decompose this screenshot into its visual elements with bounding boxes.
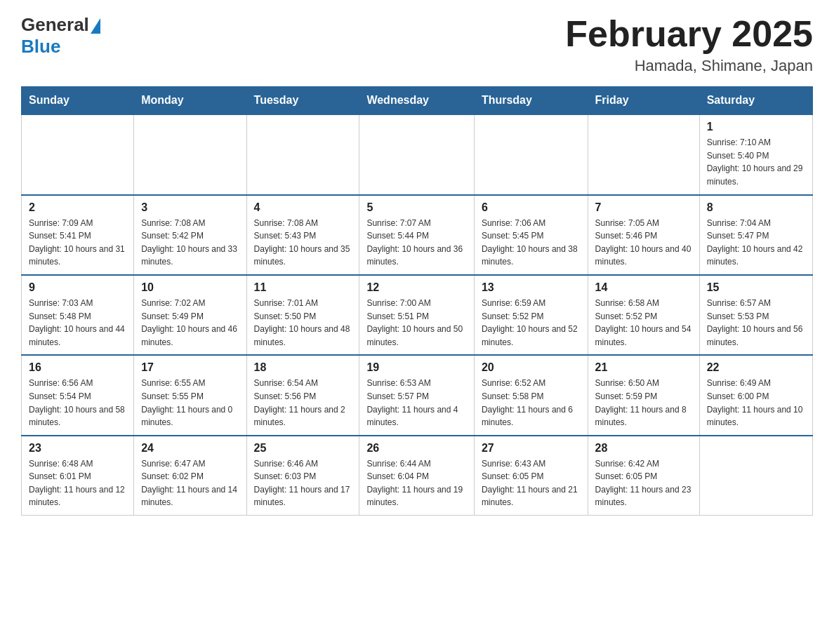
calendar-cell: 2Sunrise: 7:09 AM Sunset: 5:41 PM Daylig…: [22, 195, 134, 275]
day-info: Sunrise: 6:44 AM Sunset: 6:04 PM Dayligh…: [366, 459, 463, 508]
weekday-header-wednesday: Wednesday: [359, 87, 474, 115]
day-info: Sunrise: 7:00 AM Sunset: 5:51 PM Dayligh…: [366, 298, 463, 347]
calendar-cell: 11Sunrise: 7:01 AM Sunset: 5:50 PM Dayli…: [246, 275, 359, 355]
weekday-header-row: SundayMondayTuesdayWednesdayThursdayFrid…: [22, 87, 813, 115]
calendar-cell: [359, 114, 474, 194]
calendar-cell: 8Sunrise: 7:04 AM Sunset: 5:47 PM Daylig…: [699, 195, 812, 275]
day-info: Sunrise: 7:08 AM Sunset: 5:43 PM Dayligh…: [254, 218, 350, 267]
day-info: Sunrise: 7:03 AM Sunset: 5:48 PM Dayligh…: [29, 298, 125, 347]
calendar-cell: 7Sunrise: 7:05 AM Sunset: 5:46 PM Daylig…: [588, 195, 699, 275]
day-info: Sunrise: 7:10 AM Sunset: 5:40 PM Dayligh…: [707, 137, 803, 187]
day-info: Sunrise: 6:59 AM Sunset: 5:52 PM Dayligh…: [482, 298, 578, 347]
day-info: Sunrise: 7:06 AM Sunset: 5:45 PM Dayligh…: [482, 218, 578, 267]
weekday-header-sunday: Sunday: [22, 87, 134, 115]
title-area: February 2025 Hamada, Shimane, Japan: [565, 14, 813, 75]
day-info: Sunrise: 6:57 AM Sunset: 5:53 PM Dayligh…: [707, 298, 803, 347]
calendar-cell: 16Sunrise: 6:56 AM Sunset: 5:54 PM Dayli…: [22, 355, 134, 435]
day-number: 23: [29, 442, 126, 455]
calendar-cell: 18Sunrise: 6:54 AM Sunset: 5:56 PM Dayli…: [246, 355, 359, 435]
day-number: 19: [366, 361, 466, 374]
day-number: 2: [29, 201, 126, 214]
day-number: 25: [254, 442, 352, 455]
day-info: Sunrise: 6:58 AM Sunset: 5:52 PM Dayligh…: [595, 298, 691, 347]
calendar-cell: 19Sunrise: 6:53 AM Sunset: 5:57 PM Dayli…: [359, 355, 474, 435]
day-info: Sunrise: 7:01 AM Sunset: 5:50 PM Dayligh…: [254, 298, 350, 347]
calendar-cell: 14Sunrise: 6:58 AM Sunset: 5:52 PM Dayli…: [588, 275, 699, 355]
day-number: 15: [707, 281, 805, 294]
calendar-cell: 13Sunrise: 6:59 AM Sunset: 5:52 PM Dayli…: [474, 275, 588, 355]
calendar-cell: 1Sunrise: 7:10 AM Sunset: 5:40 PM Daylig…: [699, 114, 812, 194]
day-number: 9: [29, 281, 126, 294]
month-title: February 2025: [565, 14, 813, 54]
day-number: 11: [254, 281, 352, 294]
page-header: General Blue February 2025 Hamada, Shima…: [21, 14, 813, 75]
calendar-cell: 24Sunrise: 6:47 AM Sunset: 6:02 PM Dayli…: [134, 436, 246, 516]
day-number: 3: [141, 201, 239, 214]
calendar-cell: [134, 114, 246, 194]
day-info: Sunrise: 7:07 AM Sunset: 5:44 PM Dayligh…: [366, 218, 463, 267]
calendar-cell: 9Sunrise: 7:03 AM Sunset: 5:48 PM Daylig…: [22, 275, 134, 355]
day-number: 21: [595, 361, 692, 374]
day-number: 4: [254, 201, 352, 214]
weekday-header-tuesday: Tuesday: [246, 87, 359, 115]
day-number: 8: [707, 201, 805, 214]
logo: General Blue: [21, 14, 100, 58]
week-row-1: 1Sunrise: 7:10 AM Sunset: 5:40 PM Daylig…: [22, 114, 813, 194]
location-title: Hamada, Shimane, Japan: [565, 57, 813, 75]
calendar-cell: 17Sunrise: 6:55 AM Sunset: 5:55 PM Dayli…: [134, 355, 246, 435]
day-info: Sunrise: 6:48 AM Sunset: 6:01 PM Dayligh…: [29, 459, 125, 508]
day-info: Sunrise: 6:42 AM Sunset: 6:05 PM Dayligh…: [595, 459, 691, 508]
calendar-cell: 12Sunrise: 7:00 AM Sunset: 5:51 PM Dayli…: [359, 275, 474, 355]
day-info: Sunrise: 7:09 AM Sunset: 5:41 PM Dayligh…: [29, 218, 125, 267]
calendar-cell: [246, 114, 359, 194]
day-number: 20: [482, 361, 581, 374]
day-number: 7: [595, 201, 692, 214]
weekday-header-thursday: Thursday: [474, 87, 588, 115]
calendar-cell: 21Sunrise: 6:50 AM Sunset: 5:59 PM Dayli…: [588, 355, 699, 435]
day-info: Sunrise: 6:50 AM Sunset: 5:59 PM Dayligh…: [595, 378, 687, 427]
calendar-cell: 4Sunrise: 7:08 AM Sunset: 5:43 PM Daylig…: [246, 195, 359, 275]
calendar-cell: 22Sunrise: 6:49 AM Sunset: 6:00 PM Dayli…: [699, 355, 812, 435]
week-row-2: 2Sunrise: 7:09 AM Sunset: 5:41 PM Daylig…: [22, 195, 813, 275]
calendar-cell: 5Sunrise: 7:07 AM Sunset: 5:44 PM Daylig…: [359, 195, 474, 275]
calendar-cell: [22, 114, 134, 194]
day-number: 28: [595, 442, 692, 455]
day-number: 22: [707, 361, 805, 374]
calendar-cell: 15Sunrise: 6:57 AM Sunset: 5:53 PM Dayli…: [699, 275, 812, 355]
day-info: Sunrise: 7:05 AM Sunset: 5:46 PM Dayligh…: [595, 218, 691, 267]
day-number: 17: [141, 361, 239, 374]
day-info: Sunrise: 6:53 AM Sunset: 5:57 PM Dayligh…: [366, 378, 458, 427]
day-number: 24: [141, 442, 239, 455]
week-row-3: 9Sunrise: 7:03 AM Sunset: 5:48 PM Daylig…: [22, 275, 813, 355]
calendar-cell: 28Sunrise: 6:42 AM Sunset: 6:05 PM Dayli…: [588, 436, 699, 516]
calendar-cell: 23Sunrise: 6:48 AM Sunset: 6:01 PM Dayli…: [22, 436, 134, 516]
calendar-cell: [588, 114, 699, 194]
day-info: Sunrise: 6:43 AM Sunset: 6:05 PM Dayligh…: [482, 459, 578, 508]
day-number: 18: [254, 361, 352, 374]
calendar-cell: [699, 436, 812, 516]
day-number: 6: [482, 201, 581, 214]
day-number: 14: [595, 281, 692, 294]
day-info: Sunrise: 7:04 AM Sunset: 5:47 PM Dayligh…: [707, 218, 803, 267]
day-number: 13: [482, 281, 581, 294]
day-number: 26: [366, 442, 466, 455]
calendar-cell: 27Sunrise: 6:43 AM Sunset: 6:05 PM Dayli…: [474, 436, 588, 516]
week-row-4: 16Sunrise: 6:56 AM Sunset: 5:54 PM Dayli…: [22, 355, 813, 435]
weekday-header-saturday: Saturday: [699, 87, 812, 115]
day-number: 12: [366, 281, 466, 294]
logo-blue: Blue: [21, 36, 60, 58]
day-number: 5: [366, 201, 466, 214]
logo-general: General: [21, 14, 89, 36]
week-row-5: 23Sunrise: 6:48 AM Sunset: 6:01 PM Dayli…: [22, 436, 813, 516]
calendar-cell: 10Sunrise: 7:02 AM Sunset: 5:49 PM Dayli…: [134, 275, 246, 355]
calendar-cell: 20Sunrise: 6:52 AM Sunset: 5:58 PM Dayli…: [474, 355, 588, 435]
day-number: 27: [482, 442, 581, 455]
day-info: Sunrise: 6:54 AM Sunset: 5:56 PM Dayligh…: [254, 378, 345, 427]
day-info: Sunrise: 6:47 AM Sunset: 6:02 PM Dayligh…: [141, 459, 237, 508]
calendar-cell: 6Sunrise: 7:06 AM Sunset: 5:45 PM Daylig…: [474, 195, 588, 275]
calendar-table: SundayMondayTuesdayWednesdayThursdayFrid…: [21, 86, 813, 516]
logo-triangle-icon: [91, 18, 100, 34]
day-info: Sunrise: 6:52 AM Sunset: 5:58 PM Dayligh…: [482, 378, 573, 427]
day-number: 1: [707, 121, 805, 133]
weekday-header-friday: Friday: [588, 87, 699, 115]
